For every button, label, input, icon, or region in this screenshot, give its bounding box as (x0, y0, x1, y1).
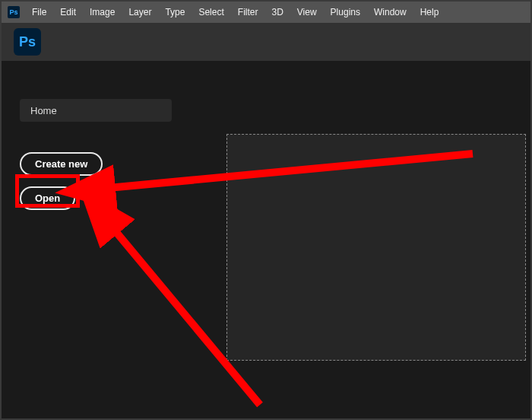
create-new-button[interactable]: Create new (20, 152, 103, 176)
menu-filter[interactable]: Filter (232, 7, 264, 18)
app-icon-small: Ps (8, 6, 20, 18)
open-button[interactable]: Open (20, 186, 75, 210)
drop-zone[interactable] (226, 134, 526, 361)
menu-type[interactable]: Type (159, 7, 191, 18)
menu-select[interactable]: Select (192, 7, 230, 18)
home-tab[interactable]: Home (20, 99, 172, 122)
app-logo: Ps (14, 28, 41, 56)
menu-window[interactable]: Window (368, 7, 413, 18)
menubar: Ps File Edit Image Layer Type Select Fil… (2, 2, 530, 23)
menu-edit[interactable]: Edit (54, 7, 82, 18)
toolbar: Ps (2, 23, 530, 61)
menu-file[interactable]: File (26, 7, 52, 18)
home-tab-label: Home (30, 105, 57, 116)
menu-view[interactable]: View (291, 7, 323, 18)
app-icon-small-label: Ps (9, 8, 17, 16)
menu-image[interactable]: Image (84, 7, 121, 18)
menu-3d[interactable]: 3D (265, 7, 289, 18)
menu-plugins[interactable]: Plugins (325, 7, 366, 18)
menu-help[interactable]: Help (414, 7, 445, 18)
menu-layer[interactable]: Layer (122, 7, 157, 18)
app-logo-label: Ps (19, 34, 36, 50)
